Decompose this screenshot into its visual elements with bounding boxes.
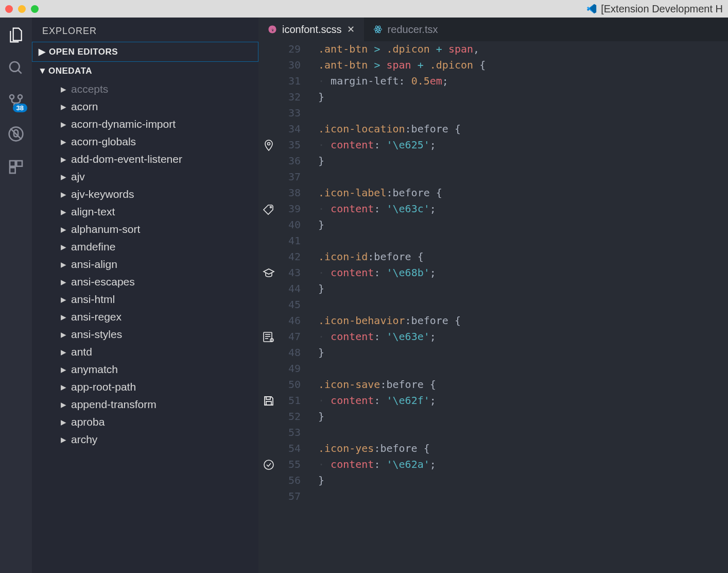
tree-item-label: aproba [71, 416, 105, 428]
window-close-button[interactable] [5, 5, 13, 13]
code-line[interactable] [318, 297, 728, 313]
code-line[interactable]: .icon-save:before { [318, 377, 728, 393]
explorer-activity[interactable] [7, 26, 25, 44]
sidebar: EXPLORER ▶ OPEN EDITORS ▼ ONEDATA ▸accep… [32, 18, 258, 573]
editor-group: iconfont.scss✕reducer.tsx 29303132333435… [258, 18, 728, 573]
code-line[interactable]: .ant-btn > .dpicon + span, [318, 41, 728, 57]
close-icon[interactable]: ✕ [347, 24, 355, 35]
gutter-preview-icon [263, 459, 275, 471]
gutter-preview-icon [263, 395, 275, 407]
tree-folder[interactable]: ▸aproba [32, 413, 258, 431]
code-line[interactable]: · content: '\e63e'; [318, 329, 728, 345]
tree-item-label: ansi-styles [71, 328, 122, 341]
code-line[interactable]: } [318, 345, 728, 361]
tree-folder[interactable]: ▸accepts [32, 80, 258, 98]
tree-folder[interactable]: ▸ansi-html [32, 291, 258, 308]
file-tree[interactable]: ▸accepts▸acorn▸acorn-dynamic-import▸acor… [32, 80, 258, 573]
gutter-preview-icon [263, 203, 275, 215]
extensions-activity[interactable] [7, 158, 25, 176]
tree-item-label: acorn-dynamic-import [71, 118, 176, 130]
workspace-section[interactable]: ▼ ONEDATA [32, 62, 258, 80]
window-maximize-button[interactable] [31, 5, 39, 13]
code-line[interactable]: · content: '\e62f'; [318, 393, 728, 409]
workspace-label: ONEDATA [48, 66, 92, 76]
tree-folder[interactable]: ▸amdefine [32, 238, 258, 256]
code-line[interactable]: .ant-btn > span + .dpicon { [318, 57, 728, 73]
line-number: 30 [279, 57, 301, 73]
code-line[interactable]: } [318, 217, 728, 233]
tree-item-label: amdefine [71, 241, 115, 253]
window-minimize-button[interactable] [18, 5, 26, 13]
code-line[interactable]: } [318, 281, 728, 297]
code-line[interactable]: .icon-behavior:before { [318, 313, 728, 329]
gutter-preview-icon [263, 331, 275, 343]
tree-folder[interactable]: ▸append-transform [32, 396, 258, 413]
line-number: 31 [279, 73, 301, 89]
code-line[interactable]: } [318, 473, 728, 488]
tree-item-label: ajv [71, 171, 85, 183]
code-line[interactable]: .icon-id:before { [318, 249, 728, 265]
debug-activity[interactable] [7, 125, 25, 143]
code-line[interactable]: .icon-location:before { [318, 121, 728, 137]
code-line[interactable] [318, 169, 728, 185]
tree-folder[interactable]: ▸alphanum-sort [32, 221, 258, 238]
vscode-logo-icon [586, 4, 597, 14]
editor-tab[interactable]: iconfont.scss✕ [258, 18, 364, 41]
code-line[interactable] [318, 361, 728, 377]
tree-folder[interactable]: ▸antd [32, 343, 258, 361]
scm-badge: 38 [13, 104, 27, 112]
tab-label: reducer.tsx [388, 24, 438, 36]
tree-folder[interactable]: ▸ansi-regex [32, 308, 258, 326]
tree-folder[interactable]: ▸app-root-path [32, 378, 258, 396]
tree-folder[interactable]: ▸anymatch [32, 361, 258, 378]
tree-folder[interactable]: ▸align-text [32, 203, 258, 221]
svg-point-15 [270, 207, 272, 208]
code-line[interactable]: · content: '\e63c'; [318, 201, 728, 217]
code-line[interactable]: } [318, 153, 728, 169]
code-line[interactable]: · content: '\e68b'; [318, 265, 728, 281]
line-number: 55 [279, 457, 301, 473]
code-line[interactable] [318, 488, 728, 504]
code-content[interactable]: .ant-btn > .dpicon + span,.ant-btn > spa… [308, 41, 728, 573]
tree-item-label: acorn [71, 100, 98, 113]
line-number: 56 [279, 473, 301, 488]
code-line[interactable]: } [318, 409, 728, 425]
code-line[interactable]: .icon-yes:before { [318, 441, 728, 457]
tree-folder[interactable]: ▸ajv [32, 168, 258, 186]
search-activity[interactable] [7, 59, 25, 77]
code-line[interactable]: · content: '\e625'; [318, 137, 728, 153]
tree-folder[interactable]: ▸ansi-escapes [32, 273, 258, 291]
tree-folder[interactable]: ▸archy [32, 431, 258, 448]
tree-folder[interactable]: ▸ajv-keywords [32, 186, 258, 203]
code-line[interactable]: · content: '\e62a'; [318, 457, 728, 473]
tree-folder[interactable]: ▸acorn [32, 98, 258, 115]
editor-tab[interactable]: reducer.tsx [364, 18, 447, 41]
code-line[interactable] [318, 233, 728, 249]
chevron-right-icon: ▸ [61, 293, 66, 306]
sidebar-title: EXPLORER [32, 18, 258, 42]
tree-folder[interactable]: ▸acorn-globals [32, 133, 258, 150]
scm-activity[interactable]: 38 [7, 92, 25, 110]
code-line[interactable] [318, 425, 728, 441]
code-line[interactable]: · margin-left: 0.5em; [318, 73, 728, 89]
tree-item-label: align-text [71, 206, 115, 218]
extensions-icon [8, 159, 24, 175]
tree-item-label: app-root-path [71, 381, 136, 393]
code-line[interactable]: .icon-label:before { [318, 185, 728, 201]
svg-point-2 [10, 95, 14, 99]
code-line[interactable] [318, 105, 728, 121]
gutter-preview-icon [263, 139, 275, 151]
open-editors-label: OPEN EDITORS [49, 47, 118, 57]
line-number: 53 [279, 425, 301, 441]
chevron-right-icon: ▸ [61, 276, 66, 288]
chevron-right-icon: ▸ [61, 100, 66, 113]
tree-folder[interactable]: ▸acorn-dynamic-import [32, 115, 258, 133]
tree-item-label: ansi-html [71, 293, 115, 306]
tree-folder[interactable]: ▸ansi-styles [32, 326, 258, 343]
code-line[interactable]: } [318, 89, 728, 105]
tree-folder[interactable]: ▸add-dom-event-listener [32, 150, 258, 168]
tree-folder[interactable]: ▸ansi-align [32, 256, 258, 273]
open-editors-section[interactable]: ▶ OPEN EDITORS [32, 42, 258, 62]
tree-item-label: acorn-globals [71, 136, 136, 148]
gutter-preview-icon [263, 267, 275, 279]
